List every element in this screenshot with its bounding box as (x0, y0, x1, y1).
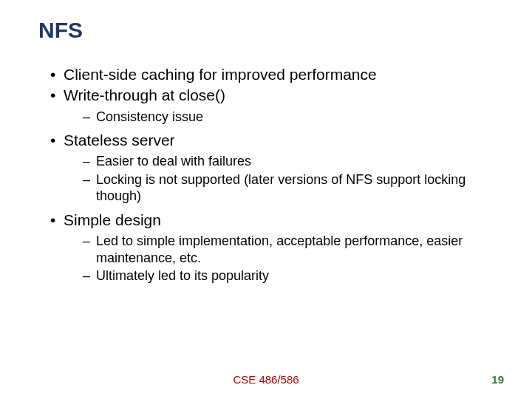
bullet-text: Write-through at close() (64, 86, 225, 103)
sub-bullet-item: Ultimately led to its popularity (83, 267, 532, 284)
sub-bullet-item: Easier to deal with failures (83, 153, 532, 170)
slide: NFS Client-side caching for improved per… (0, 0, 532, 284)
bullet-item: Write-through at close() Consistency iss… (50, 86, 532, 125)
sub-bullet-list: Easier to deal with failures Locking is … (64, 153, 532, 205)
bullet-item: Simple design Led to simple implementati… (50, 211, 532, 284)
sub-bullet-text: Consistency issue (96, 109, 203, 124)
bullet-text: Stateless server (64, 132, 175, 149)
bullet-list: Client-side caching for improved perform… (0, 65, 532, 284)
bullet-text: Simple design (64, 211, 161, 228)
page-number: 19 (491, 373, 504, 386)
sub-bullet-text: Ultimately led to its popularity (96, 268, 269, 283)
bullet-item: Stateless server Easier to deal with fai… (50, 131, 532, 205)
sub-bullet-list: Led to simple implementation, acceptable… (64, 233, 532, 284)
footer-course-label: CSE 486/586 (0, 373, 532, 386)
bullet-item: Client-side caching for improved perform… (50, 65, 532, 84)
slide-title: NFS (0, 18, 532, 43)
sub-bullet-text: Led to simple implementation, acceptable… (96, 233, 463, 265)
sub-bullet-text: Locking is not supported (later versions… (96, 172, 466, 204)
sub-bullet-list: Consistency issue (64, 109, 532, 126)
bullet-text: Client-side caching for improved perform… (64, 66, 377, 83)
sub-bullet-item: Locking is not supported (later versions… (83, 171, 532, 205)
sub-bullet-item: Consistency issue (83, 109, 532, 126)
sub-bullet-text: Easier to deal with failures (96, 154, 251, 168)
sub-bullet-item: Led to simple implementation, acceptable… (83, 233, 532, 266)
